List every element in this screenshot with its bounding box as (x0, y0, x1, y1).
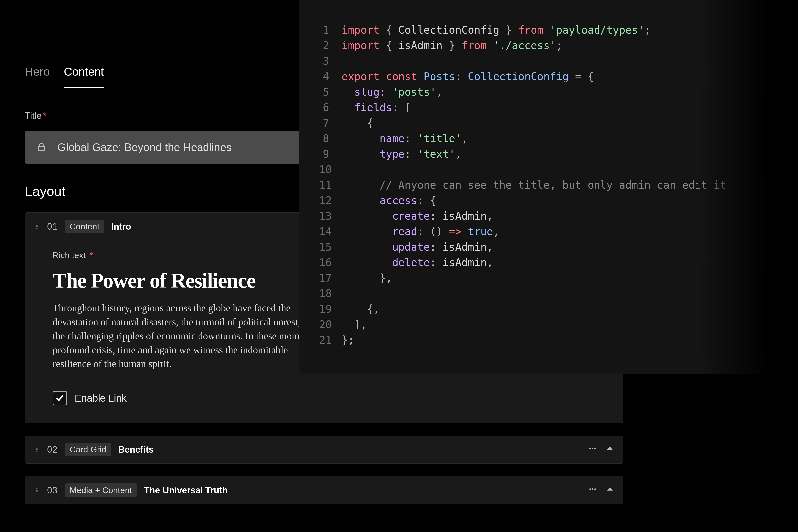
code-content: read: () => true, (342, 224, 499, 239)
line-number: 2 (319, 38, 342, 53)
line-number: 11 (319, 177, 342, 193)
svg-point-10 (37, 449, 38, 450)
svg-point-6 (37, 228, 38, 229)
svg-point-13 (589, 448, 591, 449)
block-header[interactable]: 03Media + ContentThe Universal Truth (25, 476, 623, 504)
layout-block: 03Media + ContentThe Universal Truth (25, 476, 624, 504)
code-line: 15 update: isAdmin, (319, 239, 778, 255)
line-number: 13 (319, 208, 342, 224)
code-content: {, (342, 301, 380, 317)
required-marker: * (90, 250, 93, 260)
block-title: The Universal Truth (144, 485, 228, 496)
svg-point-23 (592, 488, 593, 490)
svg-point-11 (36, 451, 37, 452)
code-line: 11 // Anyone can see the title, but only… (319, 177, 778, 193)
line-number: 14 (319, 224, 342, 239)
line-number: 10 (319, 162, 342, 177)
block-number: 02 (47, 444, 58, 455)
code-line: 5 slug: 'posts', (319, 84, 778, 100)
svg-point-5 (36, 228, 37, 229)
code-content: update: isAdmin, (342, 239, 493, 255)
code-content: import { CollectionConfig } from 'payloa… (342, 22, 651, 38)
collapse-icon[interactable] (606, 485, 614, 496)
block-actions (588, 485, 614, 496)
line-number: 1 (319, 22, 342, 38)
code-content (342, 286, 348, 301)
line-number: 8 (319, 131, 342, 146)
code-line: 1import { CollectionConfig } from 'paylo… (319, 22, 778, 38)
svg-point-20 (36, 491, 37, 492)
code-line: 17 }, (319, 270, 778, 286)
block-title: Benefits (118, 444, 154, 455)
drag-handle-icon[interactable] (34, 444, 40, 455)
svg-point-7 (36, 448, 37, 449)
svg-point-24 (594, 488, 596, 490)
block-header[interactable]: 02Card GridBenefits (25, 436, 623, 463)
svg-point-18 (36, 490, 37, 491)
title-label-text: Title (25, 111, 42, 121)
block-actions (588, 444, 614, 455)
line-number: 18 (319, 286, 342, 301)
code-line: 18 (319, 286, 778, 301)
code-line: 2import { isAdmin } from './access'; (319, 38, 778, 53)
svg-point-19 (37, 490, 38, 491)
code-line: 7 { (319, 115, 778, 131)
block-number: 03 (47, 485, 58, 496)
block-number: 01 (47, 221, 58, 232)
line-number: 12 (319, 193, 342, 208)
line-number: 20 (319, 317, 342, 332)
drag-handle-icon[interactable] (34, 485, 40, 496)
drag-handle-icon[interactable] (34, 221, 40, 232)
svg-point-2 (37, 225, 38, 226)
code-content: fields: [ (342, 100, 411, 115)
code-line: 20 ], (319, 317, 778, 332)
code-content: slug: 'posts', (342, 84, 443, 100)
svg-point-22 (589, 488, 591, 490)
code-content: access: { (342, 193, 436, 208)
code-line: 9 type: 'text', (319, 146, 778, 162)
svg-point-3 (36, 226, 37, 227)
code-content: import { isAdmin } from './access'; (342, 38, 562, 53)
line-number: 21 (319, 332, 342, 348)
code-content: }; (342, 332, 354, 348)
line-number: 4 (319, 69, 342, 84)
svg-point-16 (36, 488, 37, 489)
svg-point-14 (592, 448, 593, 449)
tab-content[interactable]: Content (64, 65, 104, 88)
svg-point-9 (36, 449, 37, 450)
svg-point-4 (37, 226, 38, 227)
code-content (342, 162, 348, 177)
line-number: 5 (319, 84, 342, 100)
code-listing: 1import { CollectionConfig } from 'paylo… (319, 22, 778, 348)
code-content: create: isAdmin, (342, 208, 493, 224)
rich-text-paragraph[interactable]: Throughout history, regions across the g… (53, 301, 327, 371)
code-panel: 1import { CollectionConfig } from 'paylo… (299, 0, 798, 374)
more-icon[interactable] (588, 485, 597, 496)
more-icon[interactable] (588, 444, 597, 455)
collapse-icon[interactable] (606, 444, 614, 455)
svg-point-15 (594, 448, 596, 449)
lock-icon (36, 141, 47, 153)
code-line: 8 name: 'title', (319, 131, 778, 146)
code-content (342, 53, 348, 69)
code-content: name: 'title', (342, 131, 468, 146)
tab-hero[interactable]: Hero (25, 65, 50, 88)
line-number: 6 (319, 100, 342, 115)
enable-link-checkbox[interactable] (53, 391, 67, 405)
line-number: 15 (319, 239, 342, 255)
code-line: 14 read: () => true, (319, 224, 778, 239)
line-number: 16 (319, 255, 342, 270)
block-title: Intro (111, 221, 131, 232)
code-line: 16 delete: isAdmin, (319, 255, 778, 270)
code-line: 19 {, (319, 301, 778, 317)
enable-link-row: Enable Link (53, 391, 606, 405)
svg-point-12 (37, 451, 38, 452)
code-content: { (342, 115, 373, 131)
block-type-badge: Card Grid (64, 443, 111, 456)
code-line: 6 fields: [ (319, 100, 778, 115)
code-content: delete: isAdmin, (342, 255, 493, 270)
code-content: ], (342, 317, 367, 332)
block-type-badge: Content (64, 220, 104, 233)
svg-rect-0 (38, 146, 45, 151)
line-number: 3 (319, 53, 342, 69)
